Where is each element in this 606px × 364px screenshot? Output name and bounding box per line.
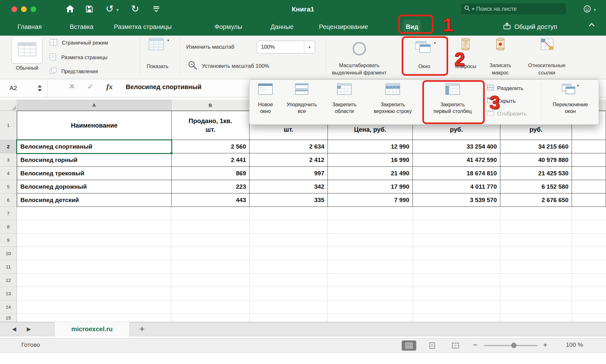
table-cell[interactable] bbox=[572, 180, 606, 193]
table-cell[interactable]: Велосипед трековый bbox=[17, 167, 172, 180]
page-break-preview-button[interactable]: Страничный режим bbox=[50, 39, 108, 47]
row-header[interactable]: 9 bbox=[0, 234, 17, 247]
empty-cells[interactable] bbox=[17, 287, 606, 300]
empty-cells[interactable] bbox=[17, 314, 606, 322]
empty-cells[interactable] bbox=[17, 247, 606, 260]
status-page-break-button[interactable] bbox=[448, 340, 463, 351]
relative-references-icon[interactable] bbox=[540, 38, 554, 52]
table-cell[interactable] bbox=[572, 167, 606, 180]
sheet-search-box[interactable]: ▾ bbox=[461, 4, 566, 14]
sheet-tab[interactable]: microexcel.ru bbox=[54, 322, 130, 336]
empty-cells[interactable] bbox=[17, 260, 606, 274]
stepper-down-icon[interactable] bbox=[38, 89, 42, 92]
table-cell[interactable]: Продано, 1кв.шт. bbox=[172, 111, 250, 140]
tab-home[interactable]: Главная bbox=[15, 18, 44, 36]
normal-view-button[interactable] bbox=[11, 36, 43, 64]
name-box[interactable]: A2 bbox=[0, 79, 48, 97]
zoom-100-button[interactable]: Установить масштаб 100% bbox=[202, 63, 269, 69]
row-header[interactable]: 1 bbox=[0, 111, 17, 140]
table-cell[interactable]: 443 bbox=[172, 193, 250, 207]
table-cell[interactable]: 41 472 590 bbox=[413, 153, 500, 167]
status-normal-view-button[interactable] bbox=[402, 340, 416, 351]
table-cell[interactable] bbox=[572, 153, 606, 167]
formula-bar-value[interactable]: Велосипед спортивный bbox=[126, 83, 201, 91]
table-cell[interactable]: 18 674 810 bbox=[413, 167, 500, 180]
show-dropdown-icon[interactable]: ▾ bbox=[167, 38, 169, 43]
table-cell[interactable]: 2 676 650 bbox=[500, 193, 572, 207]
row-header[interactable]: 7 bbox=[0, 207, 17, 220]
row-header[interactable]: 5 bbox=[0, 180, 17, 193]
custom-views-button[interactable]: Представления bbox=[50, 68, 98, 75]
row-header[interactable]: 13 bbox=[0, 287, 17, 300]
menu-item-switch-windows[interactable]: ▾ Переключение окон bbox=[546, 83, 595, 122]
zoom-slider-track[interactable] bbox=[484, 345, 538, 346]
table-cell[interactable]: Наименование bbox=[17, 111, 172, 140]
tab-page-layout[interactable]: Разметка страницы bbox=[111, 18, 174, 36]
zoom-to-selection-icon[interactable] bbox=[352, 41, 367, 57]
sheet-next-icon[interactable]: ▶ bbox=[27, 326, 31, 332]
page-layout-view-button[interactable]: Разметка страницы bbox=[50, 53, 108, 62]
table-cell[interactable]: 7 990 bbox=[328, 193, 413, 207]
cancel-entry-icon[interactable]: ✕ bbox=[69, 82, 75, 91]
row-header[interactable]: 2 bbox=[0, 140, 17, 153]
table-cell[interactable]: 997 bbox=[250, 167, 328, 180]
column-header-b[interactable]: B bbox=[172, 100, 250, 111]
menu-item-split[interactable]: Разделить bbox=[487, 85, 523, 92]
fill-handle[interactable] bbox=[170, 152, 173, 155]
sheet-prev-icon[interactable]: ◀ bbox=[12, 326, 16, 332]
row-header[interactable]: 6 bbox=[0, 193, 17, 207]
table-cell[interactable]: 2 441 bbox=[172, 153, 250, 167]
table-cell[interactable]: 3 539 570 bbox=[413, 193, 500, 207]
table-cell[interactable]: 335 bbox=[250, 193, 328, 207]
table-cell[interactable]: 4 011 770 bbox=[413, 180, 500, 193]
empty-cells[interactable] bbox=[17, 207, 606, 220]
menu-item-new-window[interactable]: Новое окно bbox=[250, 83, 281, 122]
table-cell[interactable]: Велосипед детский bbox=[17, 193, 172, 207]
menu-item-freeze-panes[interactable]: Закрепить области bbox=[325, 83, 364, 122]
row-header[interactable]: 15 bbox=[0, 314, 17, 322]
row-header[interactable]: 11 bbox=[0, 260, 17, 274]
table-cell[interactable]: 12 990 bbox=[328, 140, 413, 153]
zoom-out-icon[interactable]: − bbox=[473, 340, 477, 349]
table-cell[interactable]: 21 490 bbox=[328, 167, 413, 180]
empty-cells[interactable] bbox=[17, 300, 606, 314]
name-box-stepper[interactable] bbox=[38, 85, 42, 92]
status-page-layout-button[interactable] bbox=[425, 340, 440, 351]
select-all-corner[interactable] bbox=[0, 100, 17, 111]
empty-cells[interactable] bbox=[17, 274, 606, 287]
row-header[interactable]: 14 bbox=[0, 300, 17, 314]
smiley-dropdown-icon[interactable]: ▾ bbox=[594, 8, 596, 12]
table-cell[interactable]: 17 990 bbox=[328, 180, 413, 193]
empty-cells[interactable] bbox=[17, 220, 606, 234]
show-button[interactable]: ▾ bbox=[149, 38, 169, 52]
menu-item-freeze-top-row[interactable]: Закрепить верхнюю строку bbox=[367, 83, 419, 122]
table-cell[interactable]: 16 990 bbox=[328, 153, 413, 167]
table-cell[interactable] bbox=[572, 140, 606, 153]
table-cell[interactable]: 223 bbox=[172, 180, 250, 193]
zoom-in-icon[interactable]: + bbox=[543, 340, 547, 349]
record-macro-icon[interactable] bbox=[494, 38, 506, 52]
table-cell[interactable]: 2 634 bbox=[250, 140, 328, 153]
row-header[interactable]: 10 bbox=[0, 247, 17, 260]
insert-function-icon[interactable]: fx bbox=[106, 82, 113, 91]
empty-cells[interactable] bbox=[17, 234, 606, 247]
collapse-ribbon-icon[interactable] bbox=[588, 22, 596, 29]
share-button[interactable]: Общий доступ bbox=[503, 18, 557, 36]
table-cell[interactable]: 33 254 400 bbox=[413, 140, 500, 153]
table-cell[interactable]: 21 425 530 bbox=[500, 167, 572, 180]
table-cell[interactable]: Велосипед горный bbox=[17, 153, 172, 167]
feedback-smiley-icon[interactable] bbox=[583, 5, 592, 15]
zoom-slider-thumb[interactable] bbox=[511, 343, 517, 348]
tab-insert[interactable]: Вставка bbox=[67, 18, 96, 36]
search-input[interactable] bbox=[476, 6, 549, 12]
menu-item-arrange-all[interactable]: Упорядочить все bbox=[282, 83, 321, 122]
stepper-up-icon[interactable] bbox=[38, 85, 42, 88]
switch-windows-dropdown-icon[interactable]: ▾ bbox=[577, 83, 579, 88]
table-cell[interactable]: 34 215 660 bbox=[500, 140, 572, 153]
tab-data[interactable]: Данные bbox=[268, 18, 296, 36]
row-header[interactable]: 12 bbox=[0, 274, 17, 287]
table-cell[interactable] bbox=[572, 193, 606, 207]
confirm-entry-icon[interactable]: ✓ bbox=[87, 82, 94, 91]
row-header[interactable]: 8 bbox=[0, 220, 17, 234]
table-cell[interactable]: 2 560 bbox=[172, 140, 250, 153]
